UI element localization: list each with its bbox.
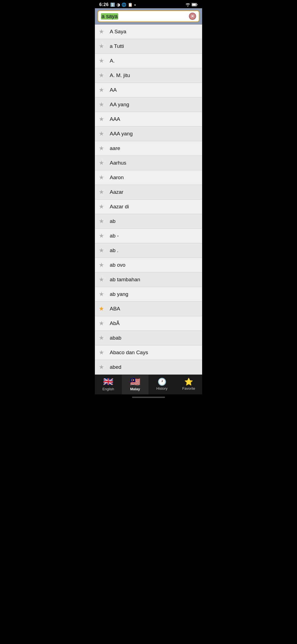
status-right xyxy=(185,3,198,7)
star-empty-icon[interactable]: ★ xyxy=(99,144,106,152)
list-item[interactable]: ★a Tutti xyxy=(95,39,202,54)
star-empty-icon[interactable]: ★ xyxy=(99,188,106,196)
star-empty-icon[interactable]: ★ xyxy=(99,334,106,342)
list-item[interactable]: ★abed xyxy=(95,360,202,375)
list-item[interactable]: ★ab tambahan xyxy=(95,272,202,287)
star-empty-icon[interactable]: ★ xyxy=(99,261,106,269)
search-header: a saya ✕ xyxy=(95,8,202,24)
star-empty-icon[interactable]: ★ xyxy=(99,217,106,225)
star-empty-icon[interactable]: ★ xyxy=(99,247,106,254)
item-text: ABA xyxy=(110,306,120,312)
wifi-icon xyxy=(185,3,190,7)
word-list: ★A Saya★a Tutti★A.★A. M. jitu★AA★AA yang… xyxy=(95,24,202,375)
nav-label-malay: Malay xyxy=(130,387,140,391)
list-item[interactable]: ★ab . xyxy=(95,243,202,258)
star-empty-icon[interactable]: ★ xyxy=(99,232,106,240)
list-item[interactable]: ★A. M. jitu xyxy=(95,68,202,83)
star-empty-icon[interactable]: ★ xyxy=(99,115,106,123)
star-empty-icon[interactable]: ★ xyxy=(99,203,106,211)
star-empty-icon[interactable]: ★ xyxy=(99,101,106,108)
list-item[interactable]: ★AAA xyxy=(95,112,202,127)
list-item[interactable]: ★abab xyxy=(95,331,202,345)
nav-item-malay[interactable]: 🇲🇾Malay xyxy=(122,375,149,394)
circle-icon: ◑ xyxy=(117,2,120,7)
nav-label-favorite: Favorite xyxy=(182,386,195,391)
item-text: Aazar xyxy=(110,189,123,195)
item-text: ab . xyxy=(110,247,119,253)
item-text: AAA xyxy=(110,116,120,122)
star-filled-icon[interactable]: ★ xyxy=(99,305,106,313)
dot-icon: ● xyxy=(134,3,136,6)
list-item[interactable]: ★ab - xyxy=(95,229,202,243)
star-empty-icon[interactable]: ★ xyxy=(99,174,106,181)
list-item[interactable]: ★Aarhus xyxy=(95,156,202,170)
nav-label-english: English xyxy=(102,387,114,391)
item-text: AA xyxy=(110,87,117,93)
list-item[interactable]: ★Aazar xyxy=(95,185,202,200)
svg-rect-1 xyxy=(192,4,196,6)
star-empty-icon[interactable]: ★ xyxy=(99,86,106,94)
list-item[interactable]: ★ab ovo xyxy=(95,258,202,272)
item-text: aare xyxy=(110,145,120,151)
status-time: 6:26 xyxy=(99,2,109,7)
item-text: abed xyxy=(110,364,121,370)
star-empty-icon[interactable]: ★ xyxy=(99,276,106,283)
item-text: ab xyxy=(110,218,116,224)
list-item[interactable]: ★aare xyxy=(95,141,202,156)
english-flag-icon: 🇬🇧 xyxy=(103,378,113,386)
home-indicator xyxy=(95,394,202,400)
clipboard-icon: 📋 xyxy=(128,2,133,7)
item-text: Abaco dan Cays xyxy=(110,350,148,356)
item-text: AA yang xyxy=(110,102,129,108)
status-bar: 6:26 ℹ️ ◑ 🌐 📋 ● xyxy=(95,0,202,8)
home-indicator-bar xyxy=(132,397,165,398)
star-empty-icon[interactable]: ★ xyxy=(99,72,106,79)
list-item[interactable]: ★A. xyxy=(95,54,202,68)
item-text: a Tutti xyxy=(110,43,124,49)
item-text: A. M. jitu xyxy=(110,72,130,78)
globe-icon: 🌐 xyxy=(122,2,126,7)
item-text: ab - xyxy=(110,233,119,239)
bottom-nav: 🇬🇧English🇲🇾Malay🕐History⭐Favorite xyxy=(95,375,202,394)
list-item[interactable]: ★AAA yang xyxy=(95,127,202,141)
star-empty-icon[interactable]: ★ xyxy=(99,320,106,327)
list-item[interactable]: ★ab xyxy=(95,214,202,229)
list-item[interactable]: ★ABA xyxy=(95,302,202,316)
history-icon: 🕐 xyxy=(158,378,166,385)
search-highlight: a saya xyxy=(101,13,118,20)
battery-icon xyxy=(192,3,198,6)
search-box[interactable]: a saya ✕ xyxy=(98,10,199,22)
star-empty-icon[interactable]: ★ xyxy=(99,130,106,138)
nav-item-favorite[interactable]: ⭐Favorite xyxy=(175,375,202,394)
star-empty-icon[interactable]: ★ xyxy=(99,363,106,371)
item-text: ab yang xyxy=(110,291,128,297)
star-empty-icon[interactable]: ★ xyxy=(99,42,106,50)
info-icon: ℹ️ xyxy=(110,2,115,7)
nav-item-english[interactable]: 🇬🇧English xyxy=(95,375,122,394)
search-clear-button[interactable]: ✕ xyxy=(189,13,196,20)
list-item[interactable]: ★A Saya xyxy=(95,24,202,39)
list-item[interactable]: ★Aaron xyxy=(95,170,202,185)
star-empty-icon[interactable]: ★ xyxy=(99,159,106,167)
item-text: ab ovo xyxy=(110,262,125,268)
nav-label-history: History xyxy=(156,386,167,391)
item-text: Aarhus xyxy=(110,160,126,166)
item-text: Aazar di xyxy=(110,204,129,210)
list-item[interactable]: ★Abaco dan Cays xyxy=(95,345,202,360)
list-item[interactable]: ★ab yang xyxy=(95,287,202,302)
star-empty-icon[interactable]: ★ xyxy=(99,28,106,36)
list-item[interactable]: ★AA yang xyxy=(95,97,202,112)
item-text: A Saya xyxy=(110,29,126,35)
status-left: 6:26 ℹ️ ◑ 🌐 📋 ● xyxy=(99,2,136,7)
list-item[interactable]: ★Aazar di xyxy=(95,200,202,214)
item-text: Aaron xyxy=(110,174,124,181)
nav-item-history[interactable]: 🕐History xyxy=(148,375,175,394)
star-empty-icon[interactable]: ★ xyxy=(99,57,106,65)
item-text: AbÃ xyxy=(110,320,120,326)
item-text: AAA yang xyxy=(110,131,133,137)
star-empty-icon[interactable]: ★ xyxy=(99,290,106,298)
list-item[interactable]: ★AA xyxy=(95,83,202,97)
item-text: ab tambahan xyxy=(110,277,140,283)
list-item[interactable]: ★AbÃ xyxy=(95,316,202,331)
star-empty-icon[interactable]: ★ xyxy=(99,349,106,356)
